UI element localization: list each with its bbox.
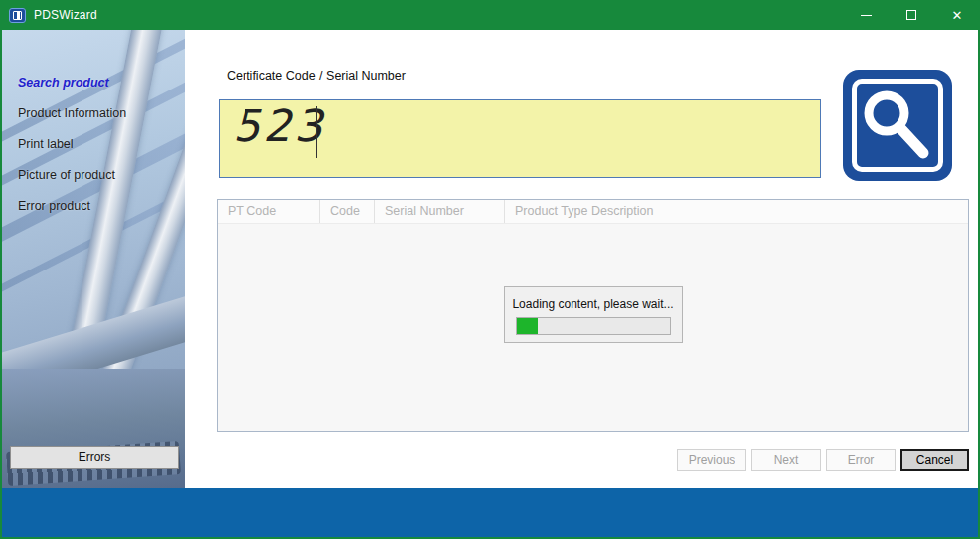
previous-button[interactable]: Previous (677, 449, 746, 471)
sidebar-item-product-information[interactable]: Product Information (18, 106, 185, 120)
sidebar-photo (2, 369, 185, 488)
errors-button[interactable]: Errors (10, 446, 179, 469)
sidebar: Search product Product Information Print… (2, 30, 185, 488)
content-area: Certificate Code / Serial Number 523 PT … (185, 30, 978, 488)
error-button[interactable]: Error (826, 449, 896, 471)
close-button[interactable]: ✕ (934, 0, 980, 30)
column-header-serial-number[interactable]: Serial Number (375, 200, 505, 223)
close-icon: ✕ (952, 8, 963, 23)
progress-bar (516, 317, 671, 335)
app-icon (9, 8, 26, 23)
sidebar-item-print-label[interactable]: Print label (18, 137, 185, 151)
search-field-label: Certificate Code / Serial Number (227, 69, 406, 83)
sidebar-item-search-product[interactable]: Search product (18, 76, 185, 90)
main-row: Search product Product Information Print… (2, 30, 978, 488)
maximize-icon (906, 10, 916, 20)
sidebar-item-picture-of-product[interactable]: Picture of product (18, 168, 185, 182)
app-window: PDSWizard ✕ Search product Product Infor… (0, 0, 980, 539)
column-header-pt-code[interactable]: PT Code (218, 200, 320, 223)
cancel-button[interactable]: Cancel (900, 449, 969, 471)
search-button[interactable] (843, 70, 952, 181)
sidebar-photo (2, 283, 185, 407)
minimize-button[interactable] (843, 0, 889, 30)
wizard-step-menu: Search product Product Information Print… (2, 30, 185, 213)
text-caret (316, 106, 317, 158)
loading-message: Loading content, please wait... (512, 297, 673, 311)
column-header-code[interactable]: Code (320, 200, 375, 223)
progress-bar-fill (517, 318, 539, 334)
window-title: PDSWizard (34, 8, 97, 22)
results-table-header: PT Code Code Serial Number Product Type … (218, 200, 968, 224)
column-header-product-type-description[interactable]: Product Type Description (505, 200, 968, 223)
results-table: PT Code Code Serial Number Product Type … (217, 199, 969, 432)
maximize-button[interactable] (889, 0, 934, 30)
footer-status-bar (2, 488, 978, 537)
titlebar: PDSWizard ✕ (0, 0, 980, 30)
next-button[interactable]: Next (751, 449, 821, 471)
search-input-value: 523 (233, 100, 325, 152)
results-table-body: Loading content, please wait... (218, 224, 968, 431)
minimize-icon (861, 15, 872, 16)
magnifier-icon (843, 70, 952, 181)
search-input[interactable]: 523 (219, 99, 821, 178)
sidebar-item-error-product[interactable]: Error product (18, 199, 185, 213)
loading-dialog: Loading content, please wait... (504, 286, 683, 343)
window-border (0, 0, 2, 539)
